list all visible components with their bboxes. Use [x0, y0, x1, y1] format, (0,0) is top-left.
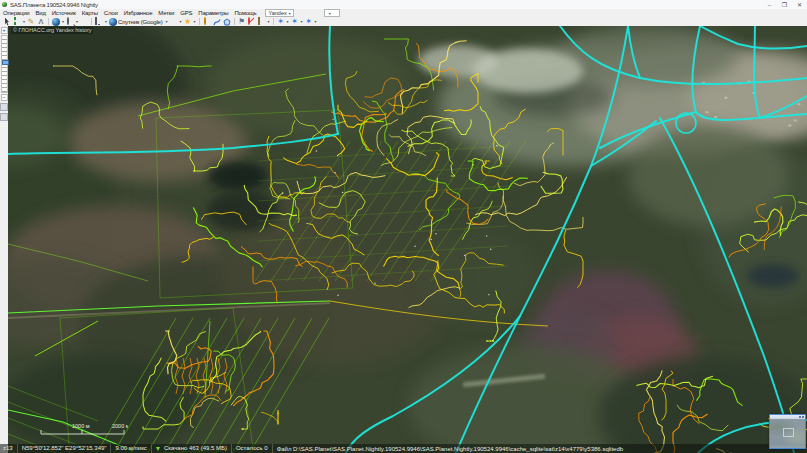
layers-button[interactable]: ▾: [169, 17, 183, 26]
search-input[interactable]: ▾: [324, 9, 340, 17]
cancel-download-button[interactable]: [247, 17, 257, 26]
status-file-path: Файл D:\SAS.Planet\SAS.Planet.Nightly.19…: [273, 446, 627, 452]
zoom-in-button[interactable]: +: [1, 27, 8, 34]
cursor-icon: [3, 18, 11, 26]
map-source-label: Спутник (Google): [118, 19, 162, 25]
status-downloaded: Скачано 463 (49.5 МБ): [160, 444, 232, 453]
status-zoom-level: z13: [0, 444, 18, 453]
svg-text:1000 м: 1000 м: [72, 423, 90, 429]
menu-item-layers[interactable]: Слои: [101, 10, 121, 16]
prev-zoom-icon[interactable]: [0, 103, 8, 111]
globe-icon: [109, 18, 117, 26]
gps-satellite-icon: ✶: [291, 18, 299, 26]
chevron-down-icon: ▾: [329, 11, 331, 16]
star-icon: ★: [184, 18, 192, 26]
status-resolution: 9.00 м/пикс: [111, 444, 151, 453]
zoom-lock-icon[interactable]: [0, 113, 8, 121]
chevron-down-icon: ▾: [289, 11, 291, 16]
measure-button[interactable]: ✎: [26, 17, 36, 26]
display-mode-button[interactable]: ▾: [94, 17, 108, 26]
flag-button[interactable]: ⚑: [237, 17, 247, 26]
zoom-panel: + −: [0, 26, 8, 453]
close-button[interactable]: ✕: [792, 0, 807, 9]
menu-item-source[interactable]: Источник: [49, 10, 79, 16]
gps-track-button[interactable]: ✶▾: [304, 17, 318, 26]
menu-item-gps[interactable]: GPS: [177, 10, 195, 16]
menu-item-options[interactable]: Параметры: [195, 10, 231, 16]
menu-item-favorites[interactable]: Избранное: [121, 10, 156, 16]
search-engine-label: Yandex: [268, 10, 286, 16]
status-coordinates: N59°50'12.852" E29°52'15.349": [18, 444, 112, 453]
minimap-body[interactable]: [770, 419, 805, 446]
path-icon: [213, 18, 221, 26]
search-icon: [67, 17, 69, 25]
menu-item-operations[interactable]: Операции: [0, 10, 32, 16]
polygon-icon: [223, 18, 231, 26]
status-bar: z13 N59°50'12.852" E29°52'15.349" 9.00 м…: [0, 444, 807, 453]
search-place-button[interactable]: ▾: [65, 17, 79, 26]
zoom-slider-thumb[interactable]: [2, 60, 9, 65]
goto-button[interactable]: ▾: [51, 17, 65, 26]
scale-bar: 1000 м2000 м: [36, 422, 128, 441]
map-source-button[interactable]: Спутник (Google) ▾: [108, 17, 168, 26]
attribution-overlay: © ГЛОНАСС.org Yandex history: [11, 27, 93, 34]
menu-item-maps[interactable]: Карты: [79, 10, 101, 16]
pan-cursor-button[interactable]: [2, 17, 12, 26]
globe-icon: [52, 18, 60, 26]
selection-rect-icon: [14, 17, 16, 25]
minimap-window[interactable]: [769, 414, 806, 449]
fullscreen-button[interactable]: [79, 17, 89, 26]
minimap-button-icon[interactable]: [799, 416, 801, 418]
zoom-out-button[interactable]: −: [1, 94, 8, 101]
add-placemark-button[interactable]: [202, 17, 212, 26]
gps-connect-button[interactable]: ✶▾: [276, 17, 290, 26]
window-title: SAS.Планета 190524.9946 Nightly: [10, 2, 98, 8]
ruler-button[interactable]: ▾: [257, 17, 271, 26]
app-icon: [2, 2, 7, 7]
window-controls: – ❐ ✕: [762, 0, 807, 9]
zoom-slider[interactable]: [1, 35, 8, 93]
pencil-icon: ✎: [27, 18, 35, 26]
gps-satellite-icon: ✶: [305, 18, 313, 26]
gps-satellite-icon: ✶: [277, 18, 285, 26]
favorites-button[interactable]: ★▾: [183, 17, 197, 26]
status-remaining: Осталось 0: [232, 444, 273, 453]
menu-bar: Операции Вид Источник Карты Слои Избранн…: [0, 9, 807, 17]
map-art: [8, 26, 807, 453]
maximize-button[interactable]: ❐: [777, 0, 792, 9]
menu-item-view[interactable]: Вид: [32, 10, 48, 16]
menu-item-marks[interactable]: Метки: [155, 10, 177, 16]
compass-divider-icon: Λ: [37, 18, 45, 26]
monitor-icon: [95, 17, 97, 25]
minimize-button[interactable]: –: [762, 0, 777, 9]
map-canvas[interactable]: © ГЛОНАСС.org Yandex history 1000 м2000 …: [8, 26, 807, 453]
menu-item-help[interactable]: Помощь: [231, 10, 259, 16]
selection-button[interactable]: ▾: [12, 17, 26, 26]
placemark-icon: [204, 17, 206, 25]
minimap-button-icon[interactable]: [802, 416, 804, 418]
distance-button[interactable]: Λ: [36, 17, 46, 26]
gps-follow-button[interactable]: ✶▾: [290, 17, 304, 26]
add-polygon-button[interactable]: [222, 17, 232, 26]
flag-icon: ⚑: [238, 18, 246, 26]
add-path-button[interactable]: [212, 17, 222, 26]
ruler-icon: [258, 17, 260, 25]
minimap-viewport-rect[interactable]: [783, 428, 794, 437]
search-engine-select[interactable]: Yandex ▾: [265, 9, 293, 17]
svg-text:2000 м: 2000 м: [112, 423, 128, 429]
no-entry-icon: [248, 17, 250, 25]
